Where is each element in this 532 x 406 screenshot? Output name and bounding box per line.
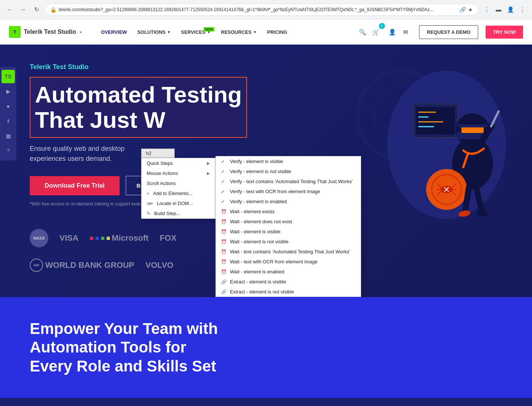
browser-actions: ⋮ ▬ 👤 ⋮ (481, 4, 528, 15)
resources-arrow-icon: ▼ (253, 30, 257, 34)
nav-link-pricing[interactable]: PRICING (263, 26, 292, 38)
browser-chrome: ← → ↻ 🔒 telerik.com/teststudio?_ga=2.512… (0, 0, 532, 19)
sub-verify-text-ocr[interactable]: ✓ Verify - text with OCR from element im… (216, 186, 361, 196)
check-icon: ✓ (221, 169, 227, 174)
hero-section: TS ▶ ● t ▦ ? Telerik Test Studio A (0, 45, 532, 297)
sub-wait-not-visible[interactable]: ⏰ Wait - element is not visible (216, 237, 361, 247)
request-demo-button[interactable]: REQUEST A DEMO (419, 25, 479, 39)
page-wrapper: T Telerik Test Studio ▾ OVERVIEW SOLUTIO… (0, 19, 532, 406)
hero-heading-box: Automated Testing That Just W (30, 77, 247, 138)
nav-link-solutions[interactable]: SOLUTIONS ▼ (133, 26, 175, 38)
address-bar[interactable]: 🔒 telerik.com/teststudio?_ga=2.51290666.… (45, 4, 479, 16)
back-button[interactable]: ← (4, 4, 15, 15)
clock-icon: ⏰ (221, 209, 227, 214)
ctx-add-to-elements-label: Add to Elements... (153, 191, 192, 196)
nav-link-overview-label: OVERVIEW (101, 29, 127, 35)
clock-icon: ⏰ (221, 219, 227, 224)
sub-wait-exists[interactable]: ⏰ Wait - element exists (216, 207, 361, 217)
try-now-button[interactable]: TRY NOW (486, 26, 523, 39)
nav-link-solutions-label: SOLUTIONS (137, 29, 166, 35)
ctx-quick-steps-label: Quick Steps (147, 160, 173, 166)
grid-icon: ▦ (6, 133, 11, 139)
check-icon: ✓ (221, 189, 227, 194)
ninja-illustration (354, 52, 510, 238)
sidebar-tool-ts[interactable]: TS (1, 70, 15, 83)
refresh-button[interactable]: ↻ (31, 4, 42, 15)
forward-button[interactable]: → (18, 4, 28, 15)
sub-extract-visible[interactable]: 🔗 Extract - element is visible (216, 277, 361, 287)
browser-more-btn[interactable]: ⋮ (517, 4, 528, 15)
bottom-heading-line2: Every Role and Skills Set (30, 357, 216, 375)
solutions-arrow-icon: ▼ (167, 30, 171, 34)
sidebar-tool-text[interactable]: t (1, 114, 15, 128)
extract-icon: 🔗 (221, 279, 227, 285)
check-icon: ✓ (221, 179, 227, 184)
svg-point-32 (476, 210, 489, 217)
sub-wait-not-visible-label: Wait - element is not visible (230, 239, 289, 244)
browser-profile-btn[interactable]: 👤 (505, 4, 516, 15)
sub-verify-text-ocr-label: Verify - text with OCR from element imag… (230, 189, 320, 194)
hero-heading: Automated Testing That Just W (35, 82, 242, 133)
sub-wait-not-exist-label: Wait - element does not exist (230, 219, 292, 224)
context-menu-overlay: h2 Quick Steps ▶ Mouse Actions ▶ Scroll … (141, 149, 215, 219)
browser-menu-btn[interactable]: ⋮ (481, 4, 492, 15)
sidebar-tool-grid[interactable]: ▦ (1, 129, 15, 143)
ctx-quick-steps-arrow: ▶ (207, 161, 210, 165)
ctx-add-to-elements[interactable]: + Add to Elements... (142, 188, 215, 198)
clock-icon: ⏰ (221, 269, 227, 275)
bottom-section: Empower Your Team with Automation Tools … (0, 297, 532, 398)
visa-logo: VISA (59, 233, 78, 243)
sub-verify-enabled[interactable]: ✓ Verify - element is enabled (216, 196, 361, 207)
hero-brand: Telerik Test Studio (30, 63, 253, 71)
sub-wait-text-ocr-label: Wait - text with OCR from element image (230, 259, 318, 264)
sub-verify-not-visible[interactable]: ✓ Verify - element is not visible (216, 166, 361, 176)
nav-link-services[interactable]: SERVICES ▼ NEW (176, 26, 215, 38)
logo-text: Telerik Test Studio (24, 29, 76, 35)
ctx-locate-in-dom-label: Locate in DOM... (157, 201, 193, 206)
ctx-mouse-actions[interactable]: Mouse Actions ▶ (142, 168, 215, 178)
nav-logo[interactable]: T Telerik Test Studio ▾ (9, 26, 82, 38)
nav-link-services-label: SERVICES (181, 29, 205, 35)
sub-wait-text-contains[interactable]: ⏰ Wait - text contains 'Automated Testin… (216, 247, 361, 257)
worldbank-logo: WB WORLD BANK GROUP (30, 259, 134, 272)
sub-verify-visible[interactable]: ✓ Verify - element is visible (216, 156, 361, 166)
sidebar-tool-dot[interactable]: ● (1, 100, 15, 113)
download-free-trial-button[interactable]: Download Free Trial (30, 176, 120, 195)
sub-verify-text-contains-label: Verify - text contains 'Automated Testin… (230, 179, 353, 184)
sidebar-tool-record[interactable]: ▶ (1, 85, 15, 98)
sub-verify-text-contains[interactable]: ✓ Verify - text contains 'Automated Test… (216, 176, 361, 186)
ctx-build-step[interactable]: ✎ Build Step... (142, 208, 215, 218)
text-icon: t (7, 118, 9, 124)
fox-logo: FOX (160, 233, 176, 243)
ctx-locate-in-dom[interactable]: ⋙ Locate in DOM... (142, 198, 215, 208)
microsoft-logo: ■■■■ Microsoft (90, 233, 149, 243)
sub-extract-not-visible-label: Extract - element is not visible (230, 289, 294, 295)
hero-heading-line1: Automated Testing (35, 82, 242, 107)
sub-wait-visible-label: Wait - element is visible (230, 229, 280, 234)
clock-icon: ⏰ (221, 249, 227, 254)
browser-extensions-btn[interactable]: ▬ (493, 4, 504, 15)
sub-wait-exists-label: Wait - element exists (230, 209, 275, 214)
mail-button[interactable]: ✉ (400, 26, 412, 38)
svg-line-29 (465, 188, 469, 212)
sub-extract-text-contains[interactable]: 🔗 Extract - text contains 'Automated Tes… (216, 297, 361, 297)
help-icon: ? (7, 148, 10, 154)
search-button[interactable]: 🔍 (357, 26, 369, 38)
nav-link-overview[interactable]: OVERVIEW (97, 26, 132, 38)
nav-icons: 🔍 🛒 0 👤 ✉ (357, 26, 412, 38)
sub-extract-not-visible[interactable]: 🔗 Extract - element is not visible (216, 287, 361, 297)
nav-link-resources-label: RESOURCES (221, 29, 252, 35)
ctx-scroll-actions[interactable]: Scroll Actions (142, 178, 215, 188)
sub-wait-text-ocr[interactable]: ⏰ Wait - text with OCR from element imag… (216, 257, 361, 267)
sub-wait-enabled-label: Wait - element is enabled (230, 269, 284, 275)
sub-wait-visible[interactable]: ⏰ Wait - element is visible (216, 227, 361, 237)
sidebar-tool-help[interactable]: ? (1, 144, 15, 157)
sub-wait-enabled[interactable]: ⏰ Wait - element is enabled (216, 267, 361, 277)
sub-wait-not-exist[interactable]: ⏰ Wait - element does not exist (216, 217, 361, 227)
nav-link-resources[interactable]: RESOURCES ▼ (217, 26, 261, 38)
ctx-quick-steps[interactable]: Quick Steps ▶ (142, 158, 215, 168)
volvo-logo: VOLVO (146, 260, 173, 270)
ts-icon: TS (5, 74, 12, 79)
play-icon: ▶ (6, 88, 10, 94)
account-button[interactable]: 👤 (386, 26, 398, 38)
